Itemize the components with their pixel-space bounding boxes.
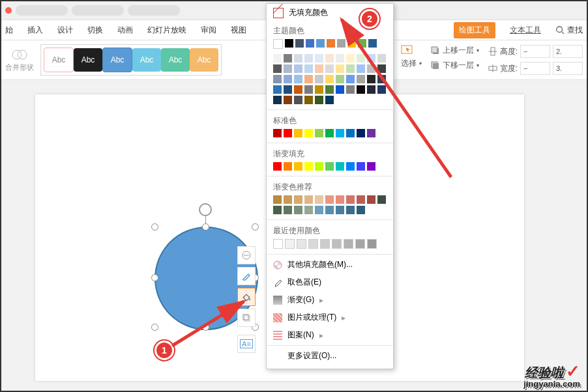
merge-shape-button[interactable]: 合并形状 — [5, 48, 34, 72]
color-swatch[interactable] — [325, 162, 334, 171]
color-swatch[interactable] — [294, 54, 302, 63]
color-swatch[interactable] — [273, 39, 283, 49]
color-swatch[interactable] — [325, 96, 334, 104]
color-swatch[interactable] — [284, 206, 292, 214]
resize-handle[interactable] — [151, 324, 158, 331]
color-swatch[interactable] — [357, 129, 365, 137]
color-swatch[interactable] — [325, 85, 334, 94]
color-swatch[interactable] — [304, 162, 313, 171]
search-button[interactable]: 查找 — [555, 25, 583, 36]
color-swatch[interactable] — [347, 39, 356, 48]
color-swatch[interactable] — [284, 54, 292, 63]
color-swatch[interactable] — [320, 239, 330, 249]
send-backward-button[interactable]: 下移一层▾ — [431, 60, 479, 71]
color-swatch[interactable] — [294, 75, 302, 83]
shape-style-5[interactable]: Abc — [161, 48, 190, 72]
color-swatch[interactable] — [273, 195, 282, 204]
color-swatch[interactable] — [336, 195, 344, 204]
color-swatch[interactable] — [316, 39, 325, 48]
color-swatch[interactable] — [336, 162, 344, 171]
color-swatch[interactable] — [332, 239, 342, 249]
bring-forward-button[interactable]: 上移一层▾ — [431, 45, 479, 56]
color-swatch[interactable] — [346, 75, 355, 83]
more-fill-option[interactable]: 其他填充颜色(M)... — [267, 256, 393, 273]
rotate-handle[interactable] — [199, 203, 212, 216]
color-swatch[interactable] — [304, 96, 313, 104]
color-swatch[interactable] — [357, 206, 365, 214]
color-swatch[interactable] — [273, 54, 282, 63]
color-swatch[interactable] — [346, 195, 355, 204]
color-swatch[interactable] — [367, 195, 375, 204]
color-swatch[interactable] — [273, 239, 283, 249]
window-tab[interactable] — [72, 5, 124, 16]
color-swatch[interactable] — [273, 96, 282, 104]
color-swatch[interactable] — [336, 129, 344, 137]
color-swatch[interactable] — [367, 129, 375, 137]
color-swatch[interactable] — [357, 54, 365, 63]
color-swatch[interactable] — [358, 39, 366, 48]
color-swatch[interactable] — [285, 239, 295, 249]
color-swatch[interactable] — [315, 54, 323, 63]
width-value[interactable]: 3. — [553, 62, 583, 75]
text-format-button[interactable]: A≡ — [237, 335, 256, 353]
color-swatch[interactable] — [304, 75, 313, 83]
color-swatch[interactable] — [315, 96, 323, 104]
shape-style-1[interactable]: Abc — [44, 48, 74, 72]
color-swatch[interactable] — [294, 195, 302, 204]
color-swatch[interactable] — [367, 239, 377, 249]
color-swatch[interactable] — [377, 54, 386, 63]
color-swatch[interactable] — [294, 206, 302, 214]
outline-button[interactable] — [237, 267, 256, 285]
color-swatch[interactable] — [346, 206, 355, 214]
color-swatch[interactable] — [284, 96, 292, 104]
color-swatch[interactable] — [325, 206, 334, 214]
color-swatch[interactable] — [367, 162, 375, 171]
color-swatch[interactable] — [355, 239, 365, 249]
tab-design[interactable]: 设计 — [57, 25, 73, 36]
color-swatch[interactable] — [325, 129, 334, 137]
tab-draw-tools[interactable]: 绘图工具 — [454, 22, 495, 38]
color-swatch[interactable] — [294, 96, 302, 104]
resize-handle[interactable] — [202, 324, 209, 331]
resize-handle[interactable] — [252, 223, 259, 231]
color-swatch[interactable] — [367, 85, 375, 94]
color-swatch[interactable] — [367, 54, 375, 63]
color-swatch[interactable] — [325, 64, 334, 73]
color-swatch[interactable] — [357, 85, 365, 94]
shape-style-4[interactable]: Abc — [132, 48, 161, 72]
color-swatch[interactable] — [325, 75, 334, 83]
color-swatch[interactable] — [315, 75, 323, 83]
color-swatch[interactable] — [346, 85, 355, 94]
tab-start[interactable]: 始 — [5, 25, 13, 36]
color-swatch[interactable] — [295, 39, 304, 48]
color-swatch[interactable] — [304, 85, 313, 94]
color-swatch[interactable] — [377, 64, 386, 73]
color-swatch[interactable] — [284, 64, 292, 73]
color-swatch[interactable] — [273, 162, 282, 171]
color-swatch[interactable] — [315, 162, 323, 171]
color-swatch[interactable] — [367, 75, 375, 83]
color-swatch[interactable] — [294, 64, 302, 73]
color-swatch[interactable] — [336, 75, 344, 83]
height-minus[interactable]: − — [520, 45, 550, 58]
shape-style-6[interactable]: Abc — [190, 48, 218, 72]
picture-texture-option[interactable]: 图片或纹理(T) ▸ — [267, 309, 393, 326]
color-swatch[interactable] — [273, 64, 282, 73]
resize-handle[interactable] — [151, 274, 158, 281]
color-swatch[interactable] — [344, 239, 353, 249]
color-swatch[interactable] — [285, 39, 293, 48]
color-swatch[interactable] — [346, 162, 355, 171]
tab-animation[interactable]: 动画 — [117, 25, 133, 36]
color-swatch[interactable] — [336, 85, 344, 94]
color-swatch[interactable] — [284, 85, 292, 94]
tab-transition[interactable]: 切换 — [87, 25, 103, 36]
color-swatch[interactable] — [346, 129, 355, 137]
color-swatch[interactable] — [336, 64, 344, 73]
color-swatch[interactable] — [337, 39, 345, 48]
resize-handle[interactable] — [202, 223, 209, 231]
gradient-option[interactable]: 渐变(G) ▸ — [267, 291, 393, 309]
color-swatch[interactable] — [284, 75, 292, 83]
select-pane-button[interactable] — [401, 45, 422, 54]
color-swatch[interactable] — [304, 54, 313, 63]
fill-button[interactable] — [237, 288, 256, 306]
